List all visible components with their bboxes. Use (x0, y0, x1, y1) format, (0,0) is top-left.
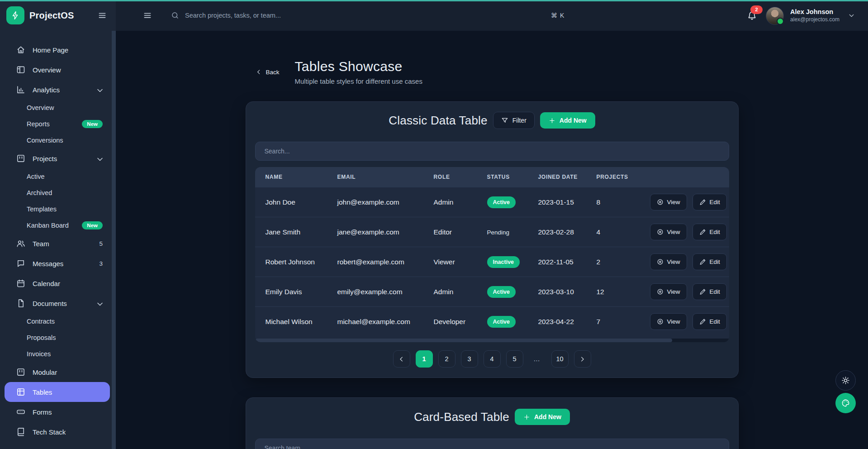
table-horizontal-scrollbar[interactable] (255, 339, 729, 342)
sidebar-item-overview[interactable]: Overview (5, 60, 110, 80)
table-search[interactable] (255, 142, 729, 161)
pagination-next-button[interactable] (574, 350, 591, 368)
add-new-button[interactable]: Add New (540, 112, 595, 129)
sidebar-subitem-templates[interactable]: Templates (5, 201, 110, 217)
cell-name: Robert Johnson (266, 258, 337, 266)
filter-button[interactable]: Filter (493, 112, 535, 129)
view-button[interactable]: View (650, 283, 687, 300)
cell-email: jane@example.com (337, 228, 434, 236)
cell-projects: 12 (597, 288, 640, 296)
sidebar-subitem-kanban-board[interactable]: Kanban BoardNew (5, 217, 110, 234)
classic-data-table-card: Classic Data Table Filter Add New (246, 101, 739, 378)
form-icon (16, 407, 25, 416)
user-avatar[interactable] (766, 7, 783, 24)
sidebar-subitem-label: Archived (27, 189, 52, 196)
cell-role: Admin (434, 198, 487, 206)
page-content: Back Tables Showcase Multiple table styl… (116, 31, 868, 449)
pen-icon (699, 258, 706, 265)
cell-email: robert@example.com (337, 258, 434, 266)
lightning-icon (11, 11, 20, 20)
sidebar-subitem-archived[interactable]: Archived (5, 185, 110, 201)
classic-table-title: Classic Data Table (389, 114, 487, 128)
new-badge: New (82, 221, 103, 229)
table-search-input[interactable] (264, 147, 721, 155)
pagination-page-10[interactable]: 10 (551, 350, 569, 368)
table-icon (16, 387, 25, 396)
back-button[interactable]: Back (253, 68, 282, 76)
pen-icon (699, 288, 706, 295)
page-subtitle: Multiple table styles for different use … (295, 77, 422, 85)
sidebar-item-tables[interactable]: Tables (5, 382, 110, 402)
cell-name: John Doe (266, 198, 337, 206)
palette-button[interactable] (835, 393, 856, 413)
global-search[interactable] (171, 11, 322, 19)
sidebar-item-home-page[interactable]: Home Page (5, 40, 110, 60)
sidebar-item-label: Tech Stack (33, 428, 66, 436)
sidebar-item-forms[interactable]: Forms (5, 402, 110, 422)
status-badge: Active (487, 286, 516, 298)
notifications-button[interactable]: 2 (745, 9, 759, 22)
edit-button[interactable]: Edit (693, 194, 727, 210)
theme-toggle-button[interactable] (835, 370, 856, 391)
sidebar-subitem-active[interactable]: Active (5, 168, 110, 185)
app-logo (6, 6, 24, 24)
sidebar-item-team[interactable]: Team5 (5, 234, 110, 253)
sidebar-collapse-button[interactable] (96, 9, 109, 22)
plus-icon (549, 117, 555, 124)
sidebar-item-modular[interactable]: Modular (5, 362, 110, 382)
pagination-page-1[interactable]: 1 (416, 350, 433, 368)
cell-joined-date: 2023-03-10 (538, 288, 597, 296)
sidebar-header: ProjectOS (0, 0, 116, 31)
sidebar-subitem-proposals[interactable]: Proposals (5, 330, 110, 346)
column-header: STATUS (487, 174, 538, 180)
user-menu[interactable]: Alex Johnson alex@projectos.com (790, 8, 840, 23)
pagination-page-5[interactable]: 5 (506, 350, 523, 368)
sidebar-subitem-overview[interactable]: Overview (5, 100, 110, 116)
topbar-menu-button[interactable] (141, 9, 154, 22)
sidebar-subitem-conversions[interactable]: Conversions (5, 132, 110, 148)
user-menu-chevron[interactable] (847, 11, 856, 20)
scrollbar-thumb[interactable] (255, 339, 672, 342)
view-button[interactable]: View (650, 194, 687, 210)
sidebar: ProjectOS Home PageOverviewAnalyticsOver… (0, 0, 116, 449)
view-button[interactable]: View (650, 224, 687, 240)
filter-label: Filter (512, 117, 526, 124)
card-table-search-input[interactable] (264, 444, 721, 449)
sidebar-subitem-reports[interactable]: ReportsNew (5, 116, 110, 132)
sidebar-subitem-contracts[interactable]: Contracts (5, 313, 110, 330)
page-header: Back Tables Showcase Multiple table styl… (246, 59, 739, 85)
sidebar-item-label: Home Page (33, 46, 68, 54)
sidebar-scrollbar[interactable] (112, 31, 116, 449)
classic-table-header: Classic Data Table Filter Add New (255, 112, 729, 129)
edit-button[interactable]: Edit (693, 283, 727, 300)
sidebar-subitem-invoices[interactable]: Invoices (5, 346, 110, 362)
pagination-page-4[interactable]: 4 (484, 350, 501, 368)
sidebar-item-calendar[interactable]: Calendar (5, 273, 110, 293)
pagination-page-3[interactable]: 3 (461, 350, 478, 368)
view-button[interactable]: View (650, 313, 687, 330)
card-table-search[interactable] (255, 439, 729, 449)
column-header: ROLE (434, 174, 487, 180)
sidebar-item-documents[interactable]: Documents (5, 293, 110, 313)
sidebar-item-tech-stack[interactable]: Tech Stack (5, 422, 110, 442)
cell-joined-date: 2022-11-05 (538, 258, 597, 266)
file-icon (16, 299, 25, 308)
eye-icon (657, 288, 664, 295)
edit-button[interactable]: Edit (693, 253, 727, 270)
pagination-prev-button[interactable] (393, 350, 410, 368)
edit-button[interactable]: Edit (693, 313, 727, 330)
global-search-input[interactable] (184, 11, 322, 19)
chevron-down-icon (95, 86, 103, 93)
eye-icon (657, 318, 664, 325)
sidebar-item-analytics[interactable]: Analytics (5, 80, 110, 100)
view-button[interactable]: View (650, 253, 687, 270)
cell-status: Pending (487, 228, 538, 236)
sidebar-item-projects[interactable]: Projects (5, 148, 110, 168)
layout-icon (16, 65, 25, 74)
cell-joined-date: 2023-01-15 (538, 198, 597, 206)
view-label: View (667, 229, 680, 235)
sidebar-item-messages[interactable]: Messages3 (5, 253, 110, 273)
card-add-new-button[interactable]: Add New (515, 409, 570, 425)
pagination-page-2[interactable]: 2 (438, 350, 455, 368)
edit-button[interactable]: Edit (693, 224, 727, 240)
